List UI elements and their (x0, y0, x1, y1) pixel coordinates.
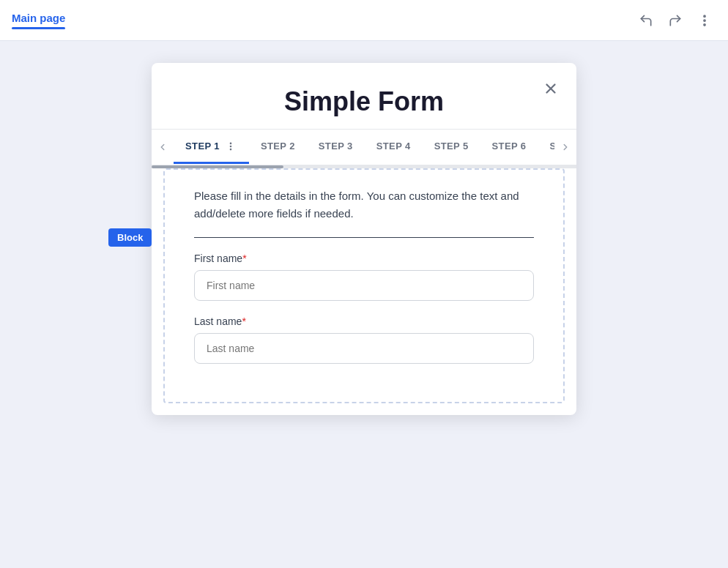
redo-button[interactable] (664, 9, 687, 32)
tabs-bar: STEP 1 STEP 2 STEP 3 ST (152, 129, 576, 165)
tab-step4[interactable]: STEP 4 (365, 130, 423, 164)
tab-step4-label: STEP 4 (376, 141, 411, 152)
tab-step2[interactable]: STEP 2 (249, 130, 307, 164)
form-description: Please fill in the details in the form. … (194, 187, 534, 223)
tab-step5-label: STEP 5 (434, 141, 469, 152)
tabs-list: STEP 1 STEP 2 STEP 3 ST (174, 130, 554, 164)
scroll-thumb (152, 165, 283, 168)
form-body: Please fill in the details in the form. … (163, 168, 565, 403)
close-button[interactable] (540, 78, 562, 100)
main-content: Block Simple Form STEP 1 (0, 41, 728, 568)
block-badge[interactable]: Block (108, 228, 152, 247)
tab-step1-options[interactable] (224, 141, 237, 152)
tab-underline (12, 27, 65, 29)
last-name-required: * (242, 315, 245, 327)
last-name-field: Last name* (194, 315, 534, 364)
tab-step3[interactable]: STEP 3 (307, 130, 365, 164)
svg-point-1 (704, 20, 705, 21)
form-title: Simple Form (181, 86, 547, 117)
tab-step6[interactable]: STEP 6 (480, 130, 538, 164)
more-options-button[interactable] (693, 9, 716, 32)
first-name-label: First name* (194, 253, 534, 264)
scroll-track[interactable] (152, 165, 576, 168)
undo-button[interactable] (634, 9, 658, 32)
top-bar: Main page (0, 0, 728, 41)
form-card: Simple Form STEP 1 (152, 63, 576, 415)
svg-point-0 (704, 15, 705, 17)
tab-step2-label: STEP 2 (261, 141, 295, 152)
tab-label: Main page (12, 12, 65, 27)
tab-step1[interactable]: STEP 1 (174, 130, 249, 164)
first-name-field: First name* (194, 253, 534, 301)
first-name-required: * (242, 253, 246, 264)
tab-step5[interactable]: STEP 5 (423, 130, 480, 164)
last-name-input[interactable] (194, 333, 534, 364)
tabs-prev-button[interactable] (152, 130, 174, 165)
form-header: Simple Form (152, 63, 576, 129)
first-name-input[interactable] (194, 270, 534, 301)
tabs-next-button[interactable] (554, 130, 576, 165)
last-name-label: Last name* (194, 315, 534, 327)
tab-step1-label: STEP 1 (185, 141, 220, 152)
tab-step7[interactable]: STEP (538, 130, 554, 164)
svg-point-6 (230, 146, 231, 146)
tab-step3-label: STEP 3 (319, 141, 353, 152)
form-divider (194, 237, 534, 238)
svg-point-5 (230, 143, 231, 143)
svg-point-7 (230, 149, 231, 149)
toolbar-actions (634, 9, 716, 32)
svg-point-2 (704, 24, 705, 26)
tab-step6-label: STEP 6 (492, 141, 527, 152)
main-page-tab[interactable]: Main page (12, 12, 65, 29)
